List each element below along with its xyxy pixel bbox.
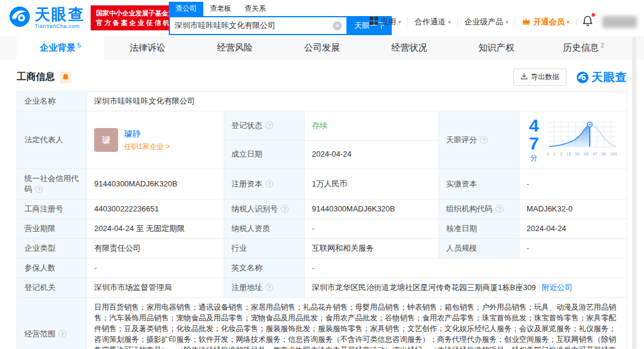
help-icon[interactable]: ?: [265, 121, 273, 129]
logo-text: 天眼查: [35, 7, 85, 22]
address-value: 深圳市龙华区民治街道龙塘社区星河传奇花园三期商厦1栋B座309 附近公司: [305, 278, 627, 298]
search-input[interactable]: [175, 21, 333, 30]
reg-status-value: 存续: [305, 111, 439, 141]
reg-no-label: 工商注册号: [17, 200, 87, 219]
score-chart-ticks: 0131550859799100: [547, 149, 617, 160]
staff-size-value: -: [519, 239, 627, 258]
top-navigation: 应用▾ 合作通道▾ 企业级产品▾ 开通会员▾: [363, 15, 637, 28]
tianyancha-logo-icon: [8, 5, 31, 30]
chevron-down-icon: ▾: [398, 19, 401, 25]
term-label: 营业期限: [17, 219, 87, 239]
est-date-label: 成立日期: [224, 140, 305, 169]
table-row: 企业类型 有限责任公司 行业 互联网和相关服务 人员规模 -: [17, 239, 627, 258]
user-account-blurred[interactable]: [602, 16, 637, 28]
legal-rep-label: 法定代表人: [17, 111, 87, 169]
help-icon[interactable]: ?: [281, 205, 289, 213]
legal-rep-name-link[interactable]: 璩静: [124, 128, 170, 139]
taxpayer-qual-label: 纳税人资质: [224, 219, 305, 239]
notification-dot: [592, 13, 595, 17]
nearby-companies-link[interactable]: 附近公司: [541, 283, 572, 292]
insured-value: -: [87, 258, 224, 278]
org-code-label: 组织机构代码?: [439, 200, 519, 219]
authority-label: 登记机关: [17, 278, 87, 298]
apps-grid-icon: [370, 17, 378, 27]
chevron-down-icon: ▾: [448, 19, 451, 25]
help-icon[interactable]: ?: [35, 185, 43, 193]
industry-value: 互联网和相关服务: [305, 239, 439, 258]
score-label: 天眼评分?: [439, 111, 519, 169]
legal-rep-avatar[interactable]: 璩: [94, 128, 118, 152]
help-icon[interactable]: ?: [480, 136, 488, 144]
tab-operating-status[interactable]: 经营状况: [366, 36, 453, 60]
help-icon[interactable]: ?: [496, 205, 503, 213]
chevron-down-icon: ▾: [566, 19, 569, 25]
company-type-label: 企业类型: [17, 239, 87, 258]
help-icon[interactable]: ?: [58, 330, 66, 338]
nav-partner-channel[interactable]: 合作通道▾: [408, 17, 457, 27]
business-info-section-header: 工商信息 导出数据: [0, 60, 644, 91]
tab-intellectual-property[interactable]: 知识产权: [453, 36, 540, 60]
approve-date-label: 核准日期: [439, 219, 519, 239]
export-data-button[interactable]: 导出数据: [513, 68, 566, 86]
tianyancha-watermark-logo: 天眼查: [576, 70, 627, 85]
score-value: 47: [529, 116, 539, 153]
search-tab-company[interactable]: 查公司: [169, 2, 203, 16]
tab-operation-risk[interactable]: 经营风险: [191, 36, 278, 60]
en-name-label: 英文名称: [224, 258, 305, 278]
reg-capital-label: 注册资本?: [224, 169, 305, 200]
clear-search-icon[interactable]: ✕: [333, 21, 342, 30]
uscc-value: 91440300MADJ6K320B: [87, 169, 224, 200]
download-icon: [521, 73, 528, 82]
tab-company-development[interactable]: 公司发展: [278, 36, 366, 60]
tab-company-background[interactable]: 企业背景5: [17, 36, 104, 60]
search-tab-relation[interactable]: 查关系: [238, 2, 273, 16]
tab-history-info[interactable]: 历史信息2: [540, 36, 627, 60]
taxpayer-qual-value: -: [305, 219, 439, 239]
tab-legal-litigation[interactable]: 法律诉讼: [104, 36, 191, 60]
help-icon[interactable]: ?: [265, 283, 273, 291]
legal-rep-positions-link[interactable]: 任职1家企业 >: [124, 141, 170, 152]
company-name-label: 企业名称: [17, 92, 87, 111]
uscc-label: 统一社会信用代码?: [17, 169, 87, 200]
business-scope-value: 日用百货销售；家用电器销售；通讯设备销售；家居用品销售；礼品花卉销售；母婴用品销…: [87, 298, 627, 349]
nav-open-membership[interactable]: 开通会员▾: [515, 17, 576, 27]
crown-icon: [522, 17, 531, 27]
taxpayer-no-label: 纳税人识别号?: [224, 200, 305, 219]
notification-bell-icon[interactable]: [577, 15, 599, 28]
table-row: 登记机关 深圳市市场监督管理局 注册地址? 深圳市龙华区民治街道龙塘社区星河传奇…: [17, 278, 627, 298]
logo-domain: TianYanCha.com: [35, 24, 85, 29]
paid-capital-label: 实缴资本: [439, 169, 519, 200]
table-row: 工商注册号 440300222236651 纳税人识别号? 91440300MA…: [17, 200, 627, 219]
taxpayer-no-value: 91440300MADJ6K320B: [305, 200, 439, 219]
business-info-table: 企业名称 深圳市哇咔哇咔文化有限公司 法定代表人 璩 璩静 任职1家企业 > 登…: [17, 91, 627, 349]
search-tab-boss[interactable]: 查老板: [203, 2, 238, 16]
org-code-value: MADJ6K32-0: [519, 200, 627, 219]
authority-value: 深圳市市场监督管理局: [87, 278, 224, 298]
tianyancha-company-page: 天眼查 TianYanCha.com 国家中小企业发展子基金旗下 官方备案企业征…: [0, 0, 644, 349]
search-tabs: 查公司 查老板 查关系: [169, 2, 392, 16]
approve-date-value: 2024-04-24: [519, 219, 627, 239]
staff-size-label: 人员规模: [439, 239, 519, 258]
table-row: 统一社会信用代码? 91440300MADJ6K320B 注册资本? 1万人民币…: [17, 169, 627, 200]
help-icon[interactable]: ?: [265, 180, 273, 188]
score-cell: 47分: [519, 111, 627, 169]
search-box: ✕: [169, 16, 348, 35]
company-type-value: 有限责任公司: [87, 239, 224, 258]
address-label: 注册地址?: [224, 278, 305, 298]
scrollbar[interactable]: [632, 37, 636, 349]
section-title: 工商信息: [17, 71, 55, 83]
monitor-bell-icon[interactable]: [60, 71, 72, 83]
reg-status-label: 登记状态?: [224, 111, 305, 141]
tianyancha-logo[interactable]: 天眼查 TianYanCha.com: [8, 5, 85, 30]
est-date-value: 2024-04-24: [305, 140, 439, 169]
table-row: 法定代表人 璩 璩静 任职1家企业 > 登记状态? 存续 天眼评分? 4: [17, 111, 627, 141]
company-name-value: 深圳市哇咔哇咔文化有限公司: [87, 92, 627, 111]
score-distribution-chart: 0131550859799100: [547, 121, 617, 160]
search-module: 查公司 查老板 查关系 ✕ 天眼一下: [169, 2, 392, 35]
nav-apps[interactable]: 应用▾: [363, 17, 408, 27]
legal-rep-cell: 璩 璩静 任职1家企业 >: [87, 111, 224, 169]
table-row: 企业名称 深圳市哇咔哇咔文化有限公司: [17, 92, 627, 111]
company-tab-bar: 企业背景5 法律诉讼 经营风险 公司发展 经营状况 知识产权 历史信息2: [0, 36, 644, 60]
table-row: 参保人数 - 英文名称 -: [17, 258, 627, 278]
nav-enterprise-products[interactable]: 企业级产品▾: [458, 17, 515, 27]
